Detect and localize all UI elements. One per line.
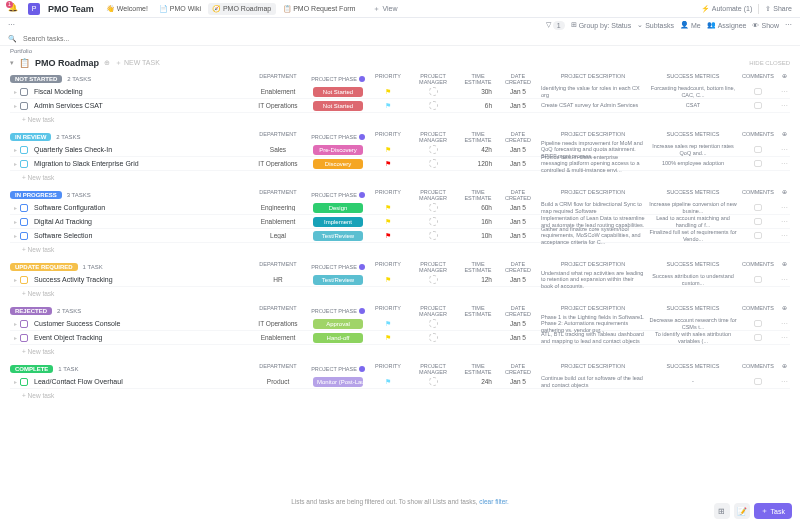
cell-time-estimate[interactable]: 120h — [458, 160, 498, 167]
task-name[interactable]: Fiscal Modeling — [32, 88, 248, 95]
cell-time-estimate[interactable]: 24h — [458, 378, 498, 385]
cell-department[interactable]: Enablement — [248, 334, 308, 341]
subtasks-button[interactable]: ⌄Subtasks — [637, 21, 674, 29]
cell-comments[interactable] — [738, 160, 778, 168]
col-success-metrics[interactable]: SUCCESS METRICS — [648, 73, 738, 85]
new-task-inline[interactable]: + New task — [10, 345, 790, 358]
cell-comments[interactable] — [738, 204, 778, 212]
row-more[interactable]: ⋯ — [778, 204, 790, 212]
col-date-created[interactable]: DATE CREATED — [498, 73, 538, 85]
status-checkbox[interactable] — [20, 378, 28, 386]
view-more-menu[interactable]: ⋯ — [785, 21, 792, 29]
cell-department[interactable]: HR — [248, 276, 308, 283]
cell-date-created[interactable]: Jan 5 — [498, 102, 538, 109]
col-phase[interactable]: PROJECT PHASE — [308, 261, 368, 273]
cell-description[interactable]: ATL, BTL tracking with Tableau dashboard… — [538, 330, 648, 345]
cell-time-estimate[interactable]: 16h — [458, 218, 498, 225]
task-row[interactable]: ▸ Customer Success Console IT Operations… — [10, 317, 790, 331]
cell-success-metrics[interactable]: - — [648, 378, 738, 385]
col-pm[interactable]: PROJECT MANAGER — [408, 131, 458, 143]
col-phase[interactable]: PROJECT PHASE — [308, 73, 368, 85]
expand-toggle[interactable]: ▸ — [10, 102, 20, 109]
cell-success-metrics[interactable]: 100% employee adoption — [648, 160, 738, 167]
chevron-down-icon[interactable]: ▾ — [10, 59, 14, 67]
cell-priority[interactable]: ⚑ — [368, 218, 408, 226]
cell-priority[interactable]: ⚑ — [368, 160, 408, 168]
cell-time-estimate[interactable]: 12h — [458, 276, 498, 283]
task-row[interactable]: ▸ Digital Ad Tracking Enablement Impleme… — [10, 215, 790, 229]
task-name[interactable]: Lead/Contact Flow Overhaul — [32, 378, 248, 385]
cell-phase[interactable]: Not Started — [308, 87, 368, 97]
row-more[interactable]: ⋯ — [778, 320, 790, 328]
cell-phase[interactable]: Hand-off — [308, 333, 368, 343]
clear-filter-link[interactable]: clear filter. — [479, 498, 509, 505]
new-task-inline[interactable]: + New task — [10, 287, 790, 300]
cell-department[interactable]: Engineering — [248, 204, 308, 211]
cell-pm[interactable] — [408, 101, 458, 111]
col-department[interactable]: DEPARTMENT — [248, 131, 308, 143]
cell-phase[interactable]: Implement — [308, 217, 368, 227]
notifications-button[interactable]: 🔔 1 — [8, 3, 20, 15]
cell-success-metrics[interactable]: Increase sales rep retention rates QoQ a… — [648, 143, 738, 156]
add-column-button[interactable]: ⊕ — [778, 73, 790, 85]
col-comments[interactable]: COMMENTS — [738, 305, 778, 317]
expand-toggle[interactable]: ▸ — [10, 146, 20, 153]
cell-comments[interactable] — [738, 378, 778, 386]
share-button[interactable]: ⇪ Share — [765, 5, 792, 13]
cell-description[interactable]: Gather and finalize core system/tool req… — [538, 225, 648, 247]
more-menu[interactable]: ⋯ — [8, 21, 15, 29]
task-row[interactable]: ▸ Event Object Tracking Enablement Hand-… — [10, 331, 790, 345]
row-more[interactable]: ⋯ — [778, 334, 790, 342]
col-phase[interactable]: PROJECT PHASE — [308, 363, 368, 375]
task-row[interactable]: ▸ Success Activity Tracking HR Test/Revi… — [10, 273, 790, 287]
cell-description[interactable]: Identifying the value for roles in each … — [538, 84, 648, 99]
cell-date-created[interactable]: Jan 5 — [498, 334, 538, 341]
col-date-created[interactable]: DATE CREATED — [498, 363, 538, 375]
cell-pm[interactable] — [408, 159, 458, 169]
add-column-button[interactable]: ⊕ — [778, 131, 790, 143]
cell-department[interactable]: IT Operations — [248, 320, 308, 327]
add-column-button[interactable]: ⊕ — [778, 363, 790, 375]
col-priority[interactable]: PRIORITY — [368, 305, 408, 317]
col-priority[interactable]: PRIORITY — [368, 131, 408, 143]
new-task-header-button[interactable]: ＋ NEW TASK — [115, 58, 160, 68]
col-comments[interactable]: COMMENTS — [738, 261, 778, 273]
cell-time-estimate[interactable]: 10h — [458, 232, 498, 239]
cell-success-metrics[interactable]: Increase pipeline conversion of new busi… — [648, 201, 738, 214]
task-name[interactable]: Success Activity Tracking — [32, 276, 248, 283]
filter-button[interactable]: ▽1 — [546, 21, 565, 30]
status-checkbox[interactable] — [20, 232, 28, 240]
row-more[interactable]: ⋯ — [778, 88, 790, 96]
col-date-created[interactable]: DATE CREATED — [498, 189, 538, 201]
cell-priority[interactable]: ⚑ — [368, 88, 408, 96]
col-time-estimate[interactable]: TIME ESTIMATE — [458, 131, 498, 143]
cell-priority[interactable]: ⚑ — [368, 320, 408, 328]
task-name[interactable]: Event Object Tracking — [32, 334, 248, 341]
cell-pm[interactable] — [408, 203, 458, 213]
cell-priority[interactable]: ⚑ — [368, 204, 408, 212]
col-comments[interactable]: COMMENTS — [738, 363, 778, 375]
col-pm[interactable]: PROJECT MANAGER — [408, 363, 458, 375]
col-pm[interactable]: PROJECT MANAGER — [408, 305, 458, 317]
nav-tab-welcome-[interactable]: 👋Welcome! — [102, 3, 153, 15]
list-info-button[interactable]: ⊕ — [104, 59, 110, 67]
status-pill[interactable]: NOT STARTED — [10, 75, 62, 83]
cell-time-estimate[interactable]: 42h — [458, 146, 498, 153]
cell-date-created[interactable]: Jan 5 — [498, 378, 538, 385]
cell-description[interactable]: Build a CRM flow for bidirectional Sync … — [538, 200, 648, 215]
expand-toggle[interactable]: ▸ — [10, 218, 20, 225]
cell-success-metrics[interactable]: Forcasting headcount, bottom line, CAC, … — [648, 85, 738, 98]
assignee-button[interactable]: 👥Assignee — [707, 21, 747, 29]
status-checkbox[interactable] — [20, 276, 28, 284]
cell-success-metrics[interactable]: Lead to account matching and handling of… — [648, 215, 738, 228]
col-success-metrics[interactable]: SUCCESS METRICS — [648, 305, 738, 317]
cell-pm[interactable] — [408, 333, 458, 343]
automate-button[interactable]: ⚡ Automate (1) — [701, 5, 753, 13]
cell-department[interactable]: Enablement — [248, 218, 308, 225]
cell-phase[interactable]: Not Started — [308, 101, 368, 111]
search-input[interactable] — [23, 35, 792, 42]
cell-pm[interactable] — [408, 275, 458, 285]
new-task-inline[interactable]: + New task — [10, 243, 790, 256]
group-by-button[interactable]: ⊞Group by: Status — [571, 21, 632, 29]
grid-fab[interactable]: ⊞ — [714, 503, 730, 519]
